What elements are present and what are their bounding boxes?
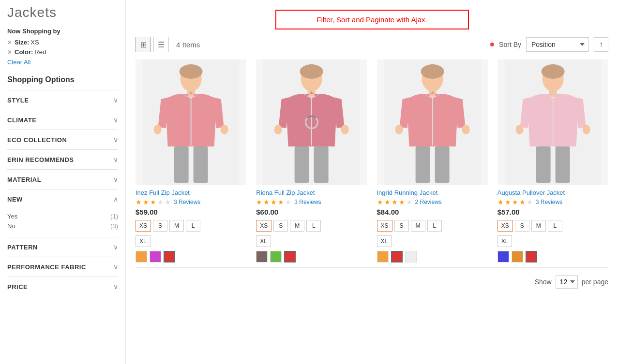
filter-option-item[interactable]: Yes(1) bbox=[7, 213, 118, 220]
star-icon: ★ bbox=[136, 198, 142, 206]
filter-header-performance-fabric[interactable]: PERFORMANCE FABRIC ∨ bbox=[7, 257, 118, 277]
size-button-xl[interactable]: XL bbox=[377, 235, 392, 247]
size-button[interactable]: S bbox=[394, 220, 409, 232]
svg-rect-6 bbox=[194, 146, 208, 183]
color-swatch[interactable] bbox=[497, 251, 509, 262]
size-button-xl[interactable]: XL bbox=[256, 235, 271, 247]
per-page-select[interactable]: 12 24 36 bbox=[556, 275, 578, 289]
size-options: XSSML bbox=[136, 220, 246, 232]
grid-view-button[interactable]: ⊞ bbox=[136, 37, 151, 52]
star-icon: ★ bbox=[406, 198, 412, 206]
color-options bbox=[256, 251, 367, 262]
product-name-link[interactable]: Ingrid Running Jacket bbox=[377, 189, 438, 196]
filter-header-new[interactable]: NEW ∧ bbox=[7, 189, 118, 209]
filter-name-new: NEW bbox=[7, 196, 23, 203]
filter-tag-size-key: Size: bbox=[15, 39, 29, 46]
filter-header-erin-recommends[interactable]: ERIN RECOMMENDS ∨ bbox=[7, 150, 118, 169]
color-swatch[interactable] bbox=[256, 251, 268, 262]
reviews-count[interactable]: 2 Reviews bbox=[415, 199, 442, 205]
filter-name-climate: CLIMATE bbox=[7, 116, 36, 124]
list-view-button[interactable]: ☰ bbox=[153, 37, 169, 52]
product-image bbox=[377, 59, 488, 185]
chevron-new: ∧ bbox=[113, 195, 118, 203]
reviews-count[interactable]: 3 Reviews bbox=[294, 199, 321, 205]
filter-header-material[interactable]: MATERIAL ∨ bbox=[7, 170, 118, 189]
size-button[interactable]: L bbox=[186, 220, 200, 232]
reviews-count[interactable]: 3 Reviews bbox=[174, 199, 200, 205]
star-icon: ★ bbox=[384, 198, 391, 206]
color-swatch[interactable] bbox=[526, 251, 537, 262]
svg-point-29 bbox=[541, 64, 564, 79]
product-card: Augusta Pullover Jacket ★★★★★ 3 Reviews … bbox=[497, 59, 608, 262]
color-swatch[interactable] bbox=[284, 251, 296, 262]
star-icon: ★ bbox=[392, 198, 398, 206]
color-swatch[interactable] bbox=[512, 251, 523, 262]
reviews-count[interactable]: 3 Reviews bbox=[536, 199, 562, 205]
size-button-xl[interactable]: XL bbox=[136, 235, 151, 247]
color-swatch[interactable] bbox=[391, 251, 403, 262]
size-button[interactable]: L bbox=[548, 220, 562, 232]
clear-all-link[interactable]: Clear All bbox=[7, 58, 30, 66]
size-button[interactable]: M bbox=[411, 220, 425, 232]
size-button[interactable]: M bbox=[169, 220, 184, 232]
view-buttons: ⊞ ☰ bbox=[136, 37, 169, 52]
star-icon: ★ bbox=[263, 198, 270, 206]
product-name-link[interactable]: Inez Full Zip Jacket bbox=[136, 189, 190, 196]
filter-name-performance-fabric: PERFORMANCE FABRIC bbox=[7, 263, 86, 271]
size-options-row2: XL bbox=[497, 235, 608, 247]
sort-direction-button[interactable]: ↑ bbox=[594, 37, 608, 52]
size-button[interactable]: S bbox=[273, 220, 288, 232]
size-options: XSSML bbox=[497, 220, 608, 232]
svg-point-11 bbox=[300, 64, 323, 79]
sort-label: Sort By bbox=[499, 41, 521, 48]
remove-size-filter[interactable]: ✕ bbox=[7, 39, 12, 46]
svg-point-26 bbox=[462, 125, 469, 134]
chevron-price: ∨ bbox=[113, 283, 118, 291]
size-button[interactable]: S bbox=[153, 220, 167, 232]
size-button[interactable]: L bbox=[427, 220, 442, 232]
size-button-xl[interactable]: XL bbox=[497, 235, 512, 247]
chevron-material: ∨ bbox=[113, 175, 118, 183]
color-swatch[interactable] bbox=[164, 251, 175, 262]
remove-color-filter[interactable]: ✕ bbox=[7, 49, 12, 56]
filter-header-eco-collection[interactable]: ECO COLLECTION ∨ bbox=[7, 130, 118, 149]
svg-point-35 bbox=[582, 125, 590, 134]
color-swatch[interactable] bbox=[377, 251, 389, 262]
product-name: Riona Full Zip Jacket bbox=[256, 189, 367, 196]
star-rating: ★★★★★ 3 Reviews bbox=[256, 198, 367, 206]
filter-header-climate[interactable]: CLIMATE ∨ bbox=[7, 110, 118, 130]
star-icon: ★ bbox=[377, 198, 383, 206]
product-image bbox=[136, 59, 246, 185]
ajax-banner: Filter, Sort and Paginate with Ajax. bbox=[275, 10, 469, 29]
size-button[interactable]: XS bbox=[497, 220, 513, 232]
filter-option-item[interactable]: No(3) bbox=[7, 222, 118, 230]
svg-rect-24 bbox=[435, 146, 449, 183]
filter-options-new: Yes(1)No(3) bbox=[7, 209, 118, 237]
product-name-link[interactable]: Riona Full Zip Jacket bbox=[256, 189, 315, 196]
color-swatch[interactable] bbox=[136, 251, 147, 262]
svg-point-25 bbox=[395, 125, 403, 134]
size-button[interactable]: M bbox=[290, 220, 304, 232]
size-button[interactable]: L bbox=[306, 220, 321, 232]
color-swatch[interactable] bbox=[270, 251, 282, 262]
product-card: Riona Full Zip Jacket ★★★★★ 3 Reviews $6… bbox=[256, 59, 367, 262]
size-button[interactable]: XS bbox=[377, 220, 392, 232]
size-button[interactable]: XS bbox=[136, 220, 151, 232]
size-button[interactable]: S bbox=[515, 220, 529, 232]
star-icon: ★ bbox=[399, 198, 405, 206]
size-button[interactable]: XS bbox=[256, 220, 271, 232]
product-image bbox=[497, 59, 608, 185]
filter-sections: STYLE ∨ CLIMATE ∨ ECO COLLECTION ∨ ERIN … bbox=[7, 90, 118, 296]
filter-header-pattern[interactable]: PATTERN ∨ bbox=[7, 237, 118, 257]
filter-header-price[interactable]: PRICE ∨ bbox=[7, 277, 118, 296]
size-button[interactable]: M bbox=[531, 220, 546, 232]
filter-option-count: (1) bbox=[110, 213, 118, 220]
color-swatch[interactable] bbox=[405, 251, 417, 262]
product-name-link[interactable]: Augusta Pullover Jacket bbox=[497, 189, 565, 196]
product-image-svg bbox=[136, 59, 246, 185]
filter-header-style[interactable]: STYLE ∨ bbox=[7, 90, 118, 110]
filter-tag-size: ✕ Size: XS bbox=[7, 39, 118, 46]
sort-select[interactable]: Position Product Name Price bbox=[526, 37, 589, 52]
color-swatch[interactable] bbox=[150, 251, 161, 262]
filter-tag-size-value: XS bbox=[30, 39, 39, 46]
